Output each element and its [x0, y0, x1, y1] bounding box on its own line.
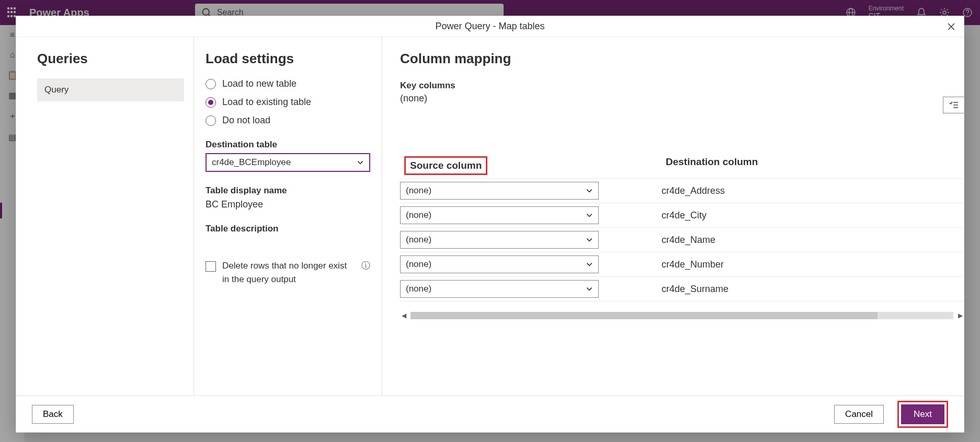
mapping-row: (none)cr4de_Name — [400, 227, 964, 252]
mapping-row: (none)cr4de_Number — [400, 252, 964, 276]
destination-table-value: cr4de_BCEmployee — [212, 157, 291, 168]
checkbox-icon — [206, 261, 216, 272]
destination-column-value: cr4de_Address — [662, 185, 725, 196]
dialog-title: Power Query - Map tables — [435, 21, 544, 32]
source-column-value: (none) — [406, 210, 431, 220]
dialog-title-bar: Power Query - Map tables — [16, 16, 964, 37]
queries-heading: Queries — [37, 51, 184, 67]
delete-rows-label: Delete rows that no longer exist in the … — [222, 259, 355, 286]
query-list-item[interactable]: Query — [37, 78, 184, 101]
radio-icon — [206, 115, 216, 126]
destination-column-value: cr4de_Name — [662, 235, 715, 246]
source-column-select[interactable]: (none) — [400, 255, 599, 273]
destination-table-label: Destination table — [206, 139, 370, 150]
radio-label: Load to new table — [222, 78, 297, 89]
load-settings-heading: Load settings — [206, 51, 370, 67]
source-column-select[interactable]: (none) — [400, 182, 599, 200]
radio-load-existing[interactable]: Load to existing table — [206, 97, 370, 108]
chevron-down-icon — [586, 261, 593, 268]
mapping-toolbar — [943, 97, 964, 113]
list-check-icon — [949, 101, 959, 109]
mapping-row: (none)cr4de_City — [400, 203, 964, 227]
map-tables-dialog: Power Query - Map tables Queries Query L… — [16, 16, 964, 433]
mapping-headers: Source column Destination column — [400, 153, 964, 178]
source-column-value: (none) — [406, 185, 431, 196]
source-column-value: (none) — [406, 284, 431, 294]
horizontal-scrollbar[interactable]: ◀ ▶ — [400, 311, 964, 320]
scroll-track[interactable] — [411, 312, 953, 319]
destination-column-value: cr4de_Surname — [662, 284, 728, 295]
radio-do-not-load[interactable]: Do not load — [206, 115, 370, 126]
table-display-name-value: BC Employee — [206, 199, 370, 210]
column-mapping-panel: Column mapping Key columns (none) Source… — [382, 37, 964, 396]
table-description-label: Table description — [206, 224, 370, 234]
dialog-footer: Back Cancel Next — [16, 396, 964, 432]
mapping-row: (none)cr4de_Address — [400, 178, 964, 203]
radio-load-new[interactable]: Load to new table — [206, 78, 370, 89]
radio-icon — [206, 79, 216, 89]
source-column-value: (none) — [406, 235, 431, 245]
back-button[interactable]: Back — [32, 405, 74, 424]
auto-map-button[interactable] — [943, 97, 964, 113]
key-columns-value: (none) — [400, 93, 964, 104]
key-columns-label: Key columns — [400, 80, 964, 91]
next-button-highlight: Next — [897, 401, 948, 428]
source-column-value: (none) — [406, 259, 431, 270]
close-icon — [948, 23, 955, 30]
info-icon[interactable]: ⓘ — [361, 259, 370, 273]
mapping-row: (none)cr4de_Surname — [400, 276, 964, 301]
radio-icon — [206, 97, 216, 108]
next-button[interactable]: Next — [901, 404, 944, 424]
destination-column-header: Destination column — [662, 153, 762, 178]
destination-table-select[interactable]: cr4de_BCEmployee — [206, 153, 370, 172]
scroll-left-arrow[interactable]: ◀ — [400, 312, 407, 319]
chevron-down-icon — [586, 212, 593, 219]
load-settings-panel: Load settings Load to new table Load to … — [194, 37, 382, 396]
scroll-thumb[interactable] — [411, 312, 878, 319]
destination-column-value: cr4de_City — [662, 210, 706, 221]
chevron-down-icon — [586, 187, 593, 194]
delete-rows-checkbox[interactable]: Delete rows that no longer exist in the … — [206, 259, 370, 286]
radio-label: Load to existing table — [222, 97, 311, 108]
chevron-down-icon — [357, 159, 364, 166]
close-button[interactable] — [945, 20, 958, 33]
source-column-select[interactable]: (none) — [400, 280, 599, 298]
chevron-down-icon — [586, 236, 593, 243]
scroll-right-arrow[interactable]: ▶ — [956, 312, 964, 319]
destination-column-value: cr4de_Number — [662, 259, 724, 270]
column-mapping-heading: Column mapping — [400, 51, 964, 67]
radio-label: Do not load — [222, 115, 270, 126]
cancel-button[interactable]: Cancel — [834, 405, 884, 424]
source-column-header: Source column — [404, 156, 487, 175]
chevron-down-icon — [586, 285, 593, 293]
source-column-select[interactable]: (none) — [400, 206, 599, 224]
source-column-select[interactable]: (none) — [400, 231, 599, 249]
queries-panel: Queries Query — [16, 37, 194, 396]
table-display-name-label: Table display name — [206, 185, 370, 196]
